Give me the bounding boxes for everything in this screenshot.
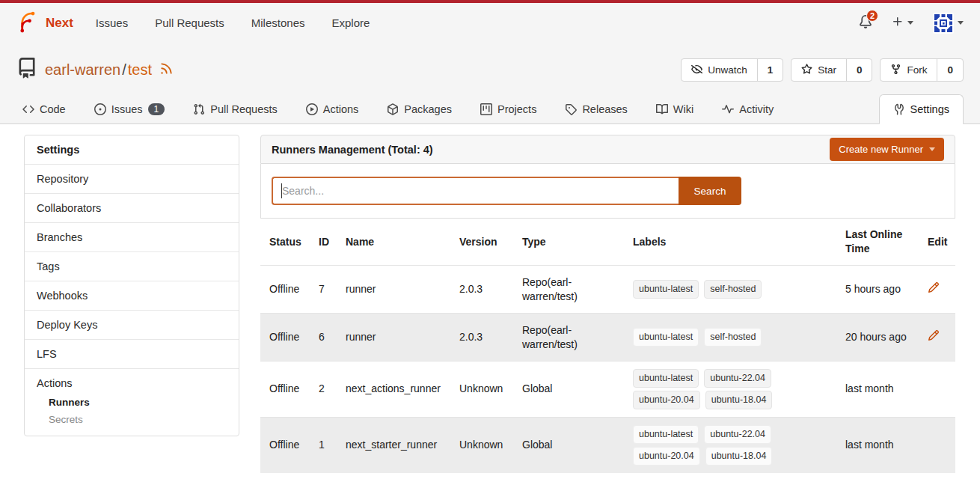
repo-header: earl-warren/test Unwatch 1 xyxy=(0,43,980,91)
runner-type: Global xyxy=(522,376,633,402)
table-header-row: Status ID Name Version Type Labels Last … xyxy=(260,219,955,265)
star-button-group: Star 0 xyxy=(791,58,872,82)
home-link[interactable]: Next xyxy=(16,10,73,35)
sidebar-item-tags[interactable]: Tags xyxy=(25,251,239,281)
col-edit: Edit xyxy=(928,229,955,255)
create-menu-button[interactable] xyxy=(892,16,913,30)
nav-link-explore[interactable]: Explore xyxy=(331,16,370,29)
tab-packages[interactable]: Packages xyxy=(381,95,458,123)
brand-name: Next xyxy=(46,16,73,31)
runner-labels: ubuntu-latest ubuntu-22.04 ubuntu-20.04 … xyxy=(633,424,796,467)
tab-code[interactable]: Code xyxy=(16,95,72,123)
sidebar-item-lfs[interactable]: LFS xyxy=(25,339,239,368)
eye-closed-icon xyxy=(691,64,702,77)
nav-link-issues[interactable]: Issues xyxy=(96,16,128,29)
runner-version: Unknown xyxy=(459,432,522,458)
nav-link-milestones[interactable]: Milestones xyxy=(251,16,305,29)
runner-type: Repo(earl-warren/test) xyxy=(522,317,633,358)
runner-status: Offline xyxy=(269,276,319,302)
chevron-down-icon xyxy=(907,21,913,25)
label-chip: ubuntu-latest xyxy=(633,280,699,299)
star-button[interactable]: Star xyxy=(791,59,846,81)
page-header: Next Issues Pull Requests Milestones Exp… xyxy=(0,3,980,124)
repo-book-icon xyxy=(16,58,37,82)
sidebar-item-webhooks[interactable]: Webhooks xyxy=(25,281,239,310)
sidebar-item-secrets[interactable]: Secrets xyxy=(25,411,239,428)
table-row: Offline 2 next_actions_runner Unknown Gl… xyxy=(260,361,955,417)
runner-status: Offline xyxy=(269,432,319,458)
edit-runner-button[interactable] xyxy=(928,281,940,293)
pulse-icon xyxy=(722,103,734,115)
repo-name-link[interactable]: test xyxy=(128,61,152,78)
forks-count[interactable]: 0 xyxy=(937,59,963,81)
label-chip: self-hosted xyxy=(704,328,762,347)
runner-status: Offline xyxy=(269,324,319,350)
sidebar-item-repository[interactable]: Repository xyxy=(25,164,239,193)
label-chip: ubuntu-18.04 xyxy=(705,391,773,409)
sidebar-item-collaborators[interactable]: Collaborators xyxy=(25,193,239,222)
label-chip: ubuntu-latest xyxy=(633,425,699,444)
tab-issues[interactable]: Issues 1 xyxy=(88,95,171,123)
runner-name: next_actions_runner xyxy=(346,376,459,402)
content-area: Settings Repository Collaborators Branch… xyxy=(0,124,980,473)
project-icon xyxy=(480,103,492,115)
unwatch-button[interactable]: Unwatch xyxy=(682,59,757,81)
notification-count-badge: 2 xyxy=(866,10,878,22)
search-section: Search xyxy=(260,164,955,219)
col-labels: Labels xyxy=(633,229,845,255)
sidebar-item-runners[interactable]: Runners xyxy=(25,394,239,411)
search-button[interactable]: Search xyxy=(679,177,741,205)
tab-actions[interactable]: Actions xyxy=(300,95,365,123)
runner-name: runner xyxy=(346,276,459,302)
navbar-right: 2 xyxy=(859,13,964,34)
avatar xyxy=(933,13,954,34)
col-type: Type xyxy=(522,229,633,255)
edit-runner-button[interactable] xyxy=(928,329,940,341)
sidebar-header-settings: Settings xyxy=(25,135,239,164)
star-icon xyxy=(801,64,812,77)
rss-feed-icon[interactable] xyxy=(159,61,174,79)
repo-separator: / xyxy=(122,61,126,78)
runner-labels: ubuntu-latest ubuntu-22.04 ubuntu-20.04 … xyxy=(633,367,796,411)
chevron-down-icon xyxy=(929,147,935,151)
tab-wiki[interactable]: Wiki xyxy=(650,95,699,123)
play-icon xyxy=(306,103,318,115)
create-runner-button[interactable]: Create new Runner xyxy=(830,138,944,161)
sidebar-item-actions[interactable]: Actions xyxy=(25,377,239,394)
package-icon xyxy=(387,103,399,115)
plus-icon xyxy=(892,16,904,30)
forgejo-logo-icon xyxy=(16,10,39,35)
watchers-count[interactable]: 1 xyxy=(757,59,783,81)
pencil-icon xyxy=(928,281,940,293)
fork-button[interactable]: Fork xyxy=(881,59,937,81)
label-chip: ubuntu-18.04 xyxy=(705,447,773,466)
tab-activity[interactable]: Activity xyxy=(716,95,780,123)
stars-count[interactable]: 0 xyxy=(846,59,872,81)
watch-button-group: Unwatch 1 xyxy=(681,58,783,82)
col-name: Name xyxy=(346,229,459,255)
sidebar-item-branches[interactable]: Branches xyxy=(25,222,239,251)
fork-button-group: Fork 0 xyxy=(880,58,964,82)
runner-version: Unknown xyxy=(459,376,522,402)
tab-pull-requests[interactable]: Pull Requests xyxy=(187,95,283,123)
runner-id: 2 xyxy=(319,376,346,402)
col-status: Status xyxy=(269,229,319,255)
notifications-button[interactable]: 2 xyxy=(859,15,872,31)
user-menu-button[interactable] xyxy=(933,13,964,34)
label-chip: ubuntu-latest xyxy=(633,369,699,388)
tab-projects[interactable]: Projects xyxy=(474,95,542,123)
sidebar-item-deploy-keys[interactable]: Deploy Keys xyxy=(25,310,239,339)
tab-releases[interactable]: Releases xyxy=(559,95,633,123)
nav-link-pull-requests[interactable]: Pull Requests xyxy=(155,16,224,29)
code-icon xyxy=(22,103,34,115)
runner-version: 2.0.3 xyxy=(459,276,522,302)
runner-id: 7 xyxy=(319,276,346,302)
label-chip: ubuntu-latest xyxy=(633,328,699,347)
runner-status: Offline xyxy=(269,376,319,402)
search-input[interactable] xyxy=(272,177,679,205)
runner-id: 6 xyxy=(319,324,346,350)
repo-owner-link[interactable]: earl-warren xyxy=(45,61,120,78)
tab-settings[interactable]: Settings xyxy=(879,94,964,124)
navbar: Next Issues Pull Requests Milestones Exp… xyxy=(0,3,980,43)
label-chip: ubuntu-22.04 xyxy=(704,425,771,444)
